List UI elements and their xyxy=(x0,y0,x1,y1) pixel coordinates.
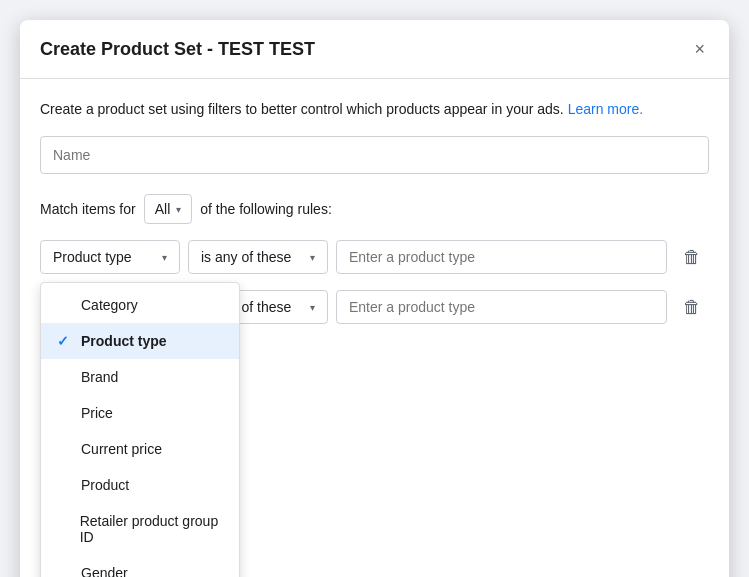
dropdown-item-retailer-product-group-id[interactable]: Retailer product group ID xyxy=(41,503,239,555)
dropdown-item-brand[interactable]: Brand xyxy=(41,359,239,395)
learn-more-link[interactable]: Learn more. xyxy=(568,101,643,117)
dropdown-item-price[interactable]: Price xyxy=(41,395,239,431)
dropdown-item-label: Price xyxy=(81,405,113,421)
dropdown-item-label: Brand xyxy=(81,369,118,385)
trash-icon: 🗑 xyxy=(683,247,701,267)
match-label: Match items for xyxy=(40,201,136,217)
chevron-down-icon: ▾ xyxy=(310,252,315,263)
rules-text: of the following rules: xyxy=(200,201,332,217)
description-main: Create a product set using filters to be… xyxy=(40,101,564,117)
rule-type-dropdown-menu: Category ✓ Product type Brand Price xyxy=(40,282,240,577)
match-dropdown-value: All xyxy=(155,201,171,217)
trash-icon: 🗑 xyxy=(683,297,701,317)
check-icon: ✓ xyxy=(57,333,73,349)
rule-type-container: Product type ▾ Category ✓ Product type xyxy=(40,240,180,274)
dropdown-item-label: Category xyxy=(81,297,138,313)
create-product-set-modal: Create Product Set - TEST TEST × Create … xyxy=(20,20,729,577)
match-dropdown[interactable]: All ▾ xyxy=(144,194,193,224)
rule-value-input[interactable] xyxy=(336,240,667,274)
dropdown-item-current-price[interactable]: Current price xyxy=(41,431,239,467)
chevron-down-icon: ▾ xyxy=(310,302,315,313)
bottom-value-input[interactable] xyxy=(336,290,667,324)
rule-row: Product type ▾ Category ✓ Product type xyxy=(40,240,709,274)
description-text: Create a product set using filters to be… xyxy=(40,99,709,120)
name-input[interactable] xyxy=(40,136,709,174)
dropdown-item-label: Product xyxy=(81,477,129,493)
chevron-down-icon: ▾ xyxy=(162,252,167,263)
bottom-delete-rule-button[interactable]: 🗑 xyxy=(675,293,709,322)
dropdown-item-category[interactable]: Category xyxy=(41,287,239,323)
delete-rule-button[interactable]: 🗑 xyxy=(675,243,709,272)
dropdown-item-product-type[interactable]: ✓ Product type xyxy=(41,323,239,359)
rule-type-label: Product type xyxy=(53,249,132,265)
close-button[interactable]: × xyxy=(690,36,709,62)
chevron-down-icon: ▾ xyxy=(176,204,181,215)
modal-body: Create a product set using filters to be… xyxy=(20,79,729,344)
dropdown-item-label: Gender xyxy=(81,565,128,577)
modal-title: Create Product Set - TEST TEST xyxy=(40,39,315,60)
dropdown-item-label: Product type xyxy=(81,333,167,349)
dropdown-item-label: Current price xyxy=(81,441,162,457)
rule-condition-label: is any of these xyxy=(201,249,291,265)
rule-type-dropdown[interactable]: Product type ▾ xyxy=(40,240,180,274)
match-row: Match items for All ▾ of the following r… xyxy=(40,194,709,224)
modal-header: Create Product Set - TEST TEST × xyxy=(20,20,729,79)
dropdown-item-product[interactable]: Product xyxy=(41,467,239,503)
dropdown-item-label: Retailer product group ID xyxy=(80,513,223,545)
dropdown-item-gender[interactable]: Gender xyxy=(41,555,239,577)
rule-condition-dropdown[interactable]: is any of these ▾ xyxy=(188,240,328,274)
